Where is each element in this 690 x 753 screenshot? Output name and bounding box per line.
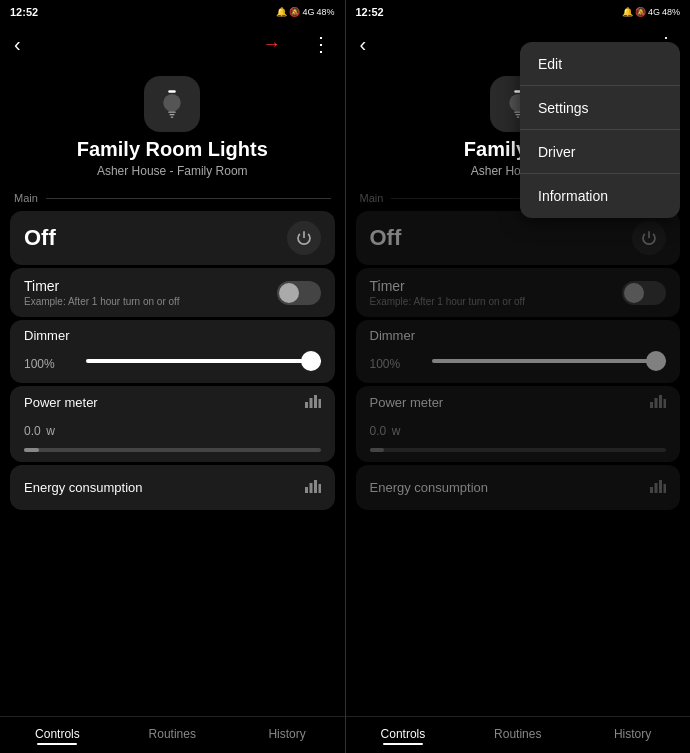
meter-slider-right — [370, 448, 667, 452]
bottom-nav-right: Controls Routines History — [346, 716, 691, 753]
left-screen: 12:52 🔔 🔕 4G 48% ‹ → ⋮ Famil — [0, 0, 345, 753]
toggle-knob-right — [624, 283, 644, 303]
power-button-right — [632, 221, 666, 255]
svg-rect-23 — [664, 484, 667, 493]
status-icons-right: 🔔 🔕 4G 48% — [622, 7, 680, 17]
svg-rect-8 — [305, 487, 308, 493]
energy-card-left: Energy consumption — [10, 465, 335, 510]
power-status-right: Off — [370, 225, 402, 251]
meter-title-left: Power meter — [24, 395, 98, 410]
timer-sub-right: Example: After 1 hour turn on or off — [370, 296, 525, 307]
nav-routines-label-right: Routines — [494, 727, 541, 741]
nav-history-left[interactable]: History — [230, 717, 345, 753]
nav-history-right[interactable]: History — [575, 717, 690, 753]
battery-left: 48% — [316, 7, 334, 17]
nav-history-label-left: History — [268, 727, 305, 741]
bottom-nav-left: Controls Routines History — [0, 716, 345, 753]
menu-button-left[interactable]: ⋮ — [311, 32, 331, 56]
device-icon-container-left — [0, 66, 345, 138]
svg-rect-17 — [655, 398, 658, 408]
content-area-right: Main Off Timer Example: After 1 hour tur… — [346, 188, 691, 753]
timer-info-left: Timer Example: After 1 hour turn on or o… — [24, 278, 179, 307]
content-area-left: Main Off Timer Example: After 1 hour tur… — [0, 188, 345, 753]
energy-title-left: Energy consumption — [24, 480, 143, 495]
nav-underline-right — [383, 743, 423, 745]
meter-value-right: 0.0 w — [370, 417, 667, 440]
dimmer-row-left: 100% — [24, 349, 321, 373]
power-meter-card-left: Power meter 0.0 w — [10, 386, 335, 462]
dimmer-card-left[interactable]: Dimmer 100% — [10, 320, 335, 383]
svg-rect-10 — [314, 480, 317, 493]
power-meter-card-right: Power meter 0.0 w — [356, 386, 681, 462]
device-icon-left — [144, 76, 200, 132]
dropdown-menu[interactable]: Edit Settings ← Driver Information — [520, 42, 680, 218]
volume-icon-right: 🔕 — [635, 7, 646, 17]
svg-rect-22 — [659, 480, 662, 493]
back-button-right[interactable]: ‹ — [360, 33, 367, 56]
notification-icon-right: 🔔 — [622, 7, 633, 17]
svg-rect-19 — [664, 399, 667, 408]
timer-title-right: Timer — [370, 278, 525, 294]
timer-info-right: Timer Example: After 1 hour turn on or o… — [370, 278, 525, 307]
power-card-left[interactable]: Off — [10, 211, 335, 265]
timer-card-right: Timer Example: After 1 hour turn on or o… — [356, 268, 681, 317]
svg-rect-21 — [655, 483, 658, 493]
svg-rect-5 — [309, 398, 312, 408]
timer-title-left: Timer — [24, 278, 179, 294]
time-right: 12:52 — [356, 6, 384, 18]
nav-controls-left[interactable]: Controls — [0, 717, 115, 753]
svg-rect-7 — [318, 399, 321, 408]
dropdown-driver[interactable]: Driver — [520, 130, 680, 174]
dimmer-value-left: 100% — [24, 350, 76, 373]
status-bar-left: 12:52 🔔 🔕 4G 48% — [0, 0, 345, 22]
dimmer-title-left: Dimmer — [24, 328, 321, 343]
power-button-left[interactable] — [287, 221, 321, 255]
dropdown-information[interactable]: Information — [520, 174, 680, 218]
dimmer-row-right: 100% — [370, 349, 667, 373]
status-bar-right: 12:52 🔔 🔕 4G 48% — [346, 0, 691, 22]
back-button-left[interactable]: ‹ — [14, 33, 21, 56]
nav-routines-right[interactable]: Routines — [460, 717, 575, 753]
energy-title-right: Energy consumption — [370, 480, 489, 495]
nav-controls-right[interactable]: Controls — [346, 717, 461, 753]
arrow-indicator-left: → — [263, 34, 281, 55]
top-nav-left: ‹ → ⋮ — [0, 22, 345, 66]
meter-header-right: Power meter — [370, 394, 667, 411]
nav-controls-label-right: Controls — [381, 727, 426, 741]
timer-toggle-left[interactable] — [277, 281, 321, 305]
meter-title-right: Power meter — [370, 395, 444, 410]
device-location-left: Asher House - Family Room — [20, 164, 325, 178]
dropdown-edit[interactable]: Edit — [520, 42, 680, 86]
dimmer-value-right: 100% — [370, 350, 422, 373]
meter-value-left: 0.0 w — [24, 417, 321, 440]
signal-icon: 4G — [302, 7, 314, 17]
svg-rect-20 — [650, 487, 653, 493]
svg-rect-18 — [659, 395, 662, 408]
battery-right: 48% — [662, 7, 680, 17]
status-icons-left: 🔔 🔕 4G 48% — [276, 7, 334, 17]
timer-card-left[interactable]: Timer Example: After 1 hour turn on or o… — [10, 268, 335, 317]
dropdown-settings[interactable]: Settings ← — [520, 86, 680, 130]
nav-routines-left[interactable]: Routines — [115, 717, 230, 753]
timer-sub-left: Example: After 1 hour turn on or off — [24, 296, 179, 307]
svg-rect-2 — [170, 114, 175, 115]
power-status-left: Off — [24, 225, 56, 251]
device-name-left: Family Room Lights — [20, 138, 325, 161]
svg-rect-4 — [305, 402, 308, 408]
energy-bar-icon-right — [650, 479, 666, 496]
section-main-left: Main — [0, 188, 345, 208]
toggle-knob-left — [279, 283, 299, 303]
dimmer-card-right: Dimmer 100% — [356, 320, 681, 383]
signal-icon-right: 4G — [648, 7, 660, 17]
power-card-right: Off — [356, 211, 681, 265]
svg-rect-15 — [517, 117, 520, 118]
dimmer-slider-left[interactable] — [86, 349, 321, 373]
nav-history-label-right: History — [614, 727, 651, 741]
nav-underline-left — [37, 743, 77, 745]
svg-rect-9 — [309, 483, 312, 493]
device-info-left: Family Room Lights Asher House - Family … — [0, 138, 345, 188]
svg-rect-1 — [169, 112, 177, 113]
timer-toggle-right — [622, 281, 666, 305]
nav-routines-label-left: Routines — [149, 727, 196, 741]
volume-icon: 🔕 — [289, 7, 300, 17]
